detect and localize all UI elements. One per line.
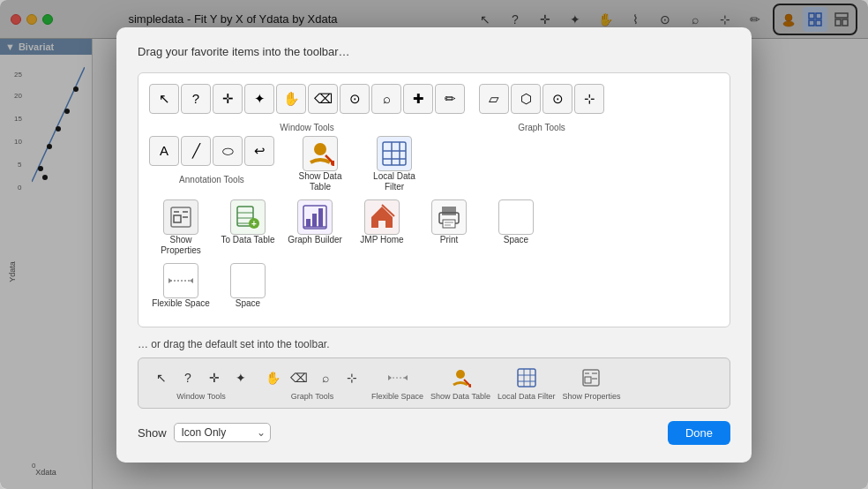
annotation-tools-group[interactable]: A ╱ ⬭ ↩ Annotation Tools [149, 136, 274, 192]
graph-builder-icon[interactable] [297, 199, 333, 235]
lasso3-icon[interactable]: ⊙ [542, 84, 572, 114]
default-flex-space[interactable]: Flexible Space [371, 365, 423, 401]
modal-dialog: Drag your favorite items into the toolba… [116, 27, 752, 463]
svg-rect-19 [383, 142, 406, 165]
default-window-tools[interactable]: ↖ ? ✛ ✦ Window Tools [149, 365, 253, 401]
jmp-home-item[interactable]: JMP Home [350, 199, 414, 256]
select-icon[interactable]: ▱ [479, 84, 509, 114]
show-select-wrapper[interactable]: Icon Only Icon and Text Text Only [174, 423, 271, 442]
print-item[interactable]: Print [417, 199, 481, 256]
svg-rect-44 [443, 220, 455, 228]
window-tools-group[interactable]: ↖ ? ✛ ✦ ✋ ⌫ ⊙ ⌕ ✚ ✏ Window Tools [149, 84, 465, 132]
default-show-props[interactable]: Show Properties [562, 365, 620, 401]
flexible-space-item[interactable]: Flexible Space [149, 263, 213, 309]
default-show-data-table[interactable]: Show Data Table [430, 365, 490, 401]
show-data-table-label: Show Data Table [288, 171, 352, 192]
plus-icon[interactable]: ✚ [403, 84, 433, 114]
show-properties-icon[interactable] [163, 199, 198, 235]
space-label: Space [504, 235, 528, 245]
tool-row-2: Show Properties + [149, 199, 719, 256]
dt-hand-icon[interactable]: ✋ [260, 365, 285, 390]
svg-marker-52 [404, 375, 408, 380]
dt-expand-icon[interactable]: ✦ [228, 365, 253, 390]
svg-rect-62 [585, 377, 591, 383]
cross-icon[interactable]: ✛ [213, 84, 243, 114]
hand-icon[interactable]: ✋ [276, 84, 306, 114]
modal-footer: Show Icon Only Icon and Text Text Only D… [138, 421, 730, 445]
default-toolbar: ↖ ? ✛ ✦ Window Tools ✋ ⌫ ⌕ ⊹ [138, 357, 730, 409]
show-data-table-icon[interactable] [303, 136, 338, 171]
svg-text:+: + [251, 219, 257, 229]
brush-icon[interactable]: ⬡ [511, 84, 541, 114]
space2-icon[interactable] [230, 263, 266, 298]
show-select[interactable]: Icon Only Icon and Text Text Only [174, 423, 271, 442]
svg-rect-25 [174, 215, 181, 222]
graph-tools-group[interactable]: ▱ ⬡ ⊙ ⊹ Graph Tools [479, 84, 604, 132]
arrow-icon[interactable]: ↩ [244, 136, 274, 166]
divider-text: … or drag the default set into the toolb… [138, 338, 730, 350]
svg-marker-49 [190, 278, 193, 283]
dt-snap-icon[interactable]: ⌫ [287, 365, 311, 390]
dt-ldf-icon[interactable] [514, 365, 539, 390]
done-button[interactable]: Done [668, 421, 730, 445]
app-window: simpledata - Fit Y by X of Ydata by Xdat… [0, 0, 868, 489]
local-data-filter-item[interactable]: Local Data Filter [363, 136, 426, 192]
to-data-table-icon[interactable]: + [230, 199, 266, 235]
space-icon[interactable] [498, 199, 534, 235]
cross2-icon[interactable]: ⊹ [574, 84, 604, 114]
pointer-icon[interactable]: ↖ [149, 84, 179, 114]
line-icon[interactable]: ╱ [181, 136, 211, 166]
show-properties-item[interactable]: Show Properties [149, 199, 213, 256]
flexible-space-icon[interactable] [163, 263, 198, 298]
jmp-home-icon[interactable] [364, 199, 400, 235]
show-properties-label: Show Properties [149, 235, 213, 256]
dt-help-icon[interactable]: ? [176, 365, 200, 390]
graph-builder-item[interactable]: Graph Builder [283, 199, 347, 256]
snap-icon[interactable]: ⌫ [308, 84, 338, 114]
svg-marker-48 [168, 278, 172, 283]
dt-flex-icon[interactable] [385, 365, 410, 390]
print-icon[interactable] [431, 199, 467, 235]
space2-item[interactable]: Space [216, 263, 280, 309]
svg-rect-37 [312, 214, 317, 227]
tool-row-3: Flexible Space Space [149, 263, 719, 309]
lasso2-icon[interactable]: ⊙ [340, 84, 370, 114]
zoom2-icon[interactable]: ⌕ [371, 84, 401, 114]
dt-window-tools-label: Window Tools [176, 392, 225, 401]
svg-point-53 [456, 370, 465, 379]
show-data-table-item[interactable]: Show Data Table [288, 136, 352, 192]
oval-icon[interactable]: ⬭ [213, 136, 243, 166]
local-data-filter-icon[interactable] [377, 136, 412, 171]
to-data-table-item[interactable]: + To Data Table [216, 199, 280, 256]
space-item[interactable]: Space [484, 199, 548, 256]
dt-cross-icon[interactable]: ✛ [202, 365, 227, 390]
default-graph-tools[interactable]: ✋ ⌫ ⌕ ⊹ Graph Tools [260, 365, 364, 401]
pencil2-icon[interactable]: ✏ [435, 84, 465, 114]
modal-instruction: Drag your favorite items into the toolba… [138, 45, 730, 58]
dt-sp-label: Show Properties [562, 392, 620, 401]
text-icon[interactable]: A [149, 136, 179, 166]
svg-rect-38 [318, 208, 323, 227]
print-label: Print [440, 235, 459, 245]
dt-pointer-icon[interactable]: ↖ [149, 365, 174, 390]
dt-zoom-icon[interactable]: ⌕ [313, 365, 338, 390]
show-row: Show Icon Only Icon and Text Text Only [138, 423, 271, 442]
show-label: Show [138, 426, 167, 440]
jmp-home-label: JMP Home [360, 235, 403, 245]
dt-cross2-icon[interactable]: ⊹ [340, 365, 364, 390]
svg-marker-40 [371, 207, 393, 228]
help-icon[interactable]: ? [181, 84, 211, 114]
dt-graph-tools-label: Graph Tools [291, 392, 333, 401]
graph-tools-label: Graph Tools [518, 119, 565, 132]
main-tool-section: ↖ ? ✛ ✦ ✋ ⌫ ⊙ ⌕ ✚ ✏ Window Tools [138, 72, 730, 327]
space2-label: Space [236, 298, 260, 309]
flexible-space-label: Flexible Space [152, 298, 210, 309]
graph-builder-label: Graph Builder [288, 235, 342, 245]
dt-sdt-icon[interactable] [448, 365, 473, 390]
default-local-filter[interactable]: Local Data Filter [498, 365, 556, 401]
dt-flex-label: Flexible Space [371, 392, 423, 401]
svg-rect-56 [518, 369, 535, 387]
dt-sp-icon[interactable] [579, 365, 603, 390]
svg-rect-36 [306, 219, 311, 227]
expand-icon[interactable]: ✦ [244, 84, 274, 114]
